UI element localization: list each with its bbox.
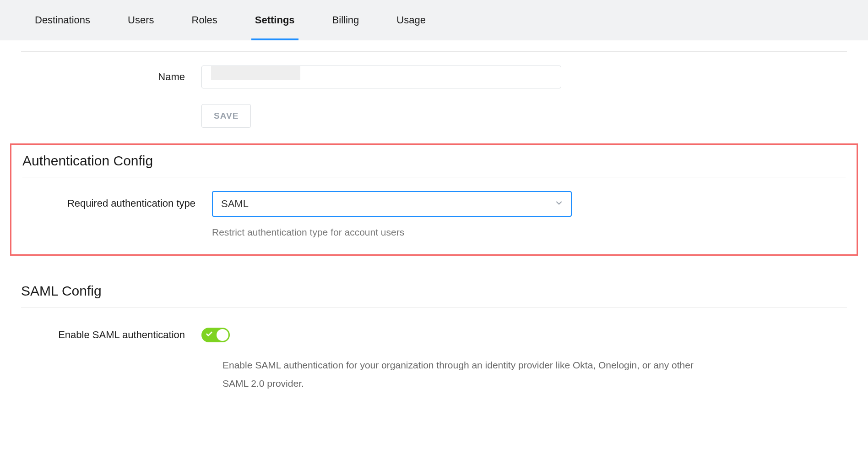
auth-config-title: Authentication Config (22, 153, 846, 177)
check-icon (206, 330, 213, 340)
saml-toggle-label: Enable SAML authentication (21, 329, 201, 341)
auth-type-selected-value: SAML (221, 198, 249, 210)
tab-billing[interactable]: Billing (332, 0, 359, 40)
tab-usage[interactable]: Usage (396, 0, 426, 40)
tab-settings[interactable]: Settings (255, 0, 295, 40)
settings-content: Name SAVE Authentication Config Required… (0, 40, 868, 411)
tab-users[interactable]: Users (128, 0, 154, 40)
tab-roles[interactable]: Roles (192, 0, 217, 40)
redacted-value (211, 66, 300, 80)
saml-toggle[interactable] (201, 328, 230, 342)
tab-destinations[interactable]: Destinations (35, 0, 90, 40)
auth-type-label: Required authentication type (22, 191, 212, 209)
auth-type-select[interactable]: SAML (212, 191, 572, 217)
saml-config-section: SAML Config Enable SAML authentication E… (21, 283, 847, 393)
tabs-bar: Destinations Users Roles Settings Billin… (0, 0, 868, 40)
saml-helper-text: Enable SAML authentication for your orga… (21, 342, 847, 393)
name-input[interactable] (201, 66, 561, 88)
save-button[interactable]: SAVE (201, 104, 251, 128)
saml-toggle-row: Enable SAML authentication (21, 307, 847, 342)
saml-config-title: SAML Config (21, 283, 847, 307)
auth-type-row: Required authentication type SAML Restri… (22, 177, 846, 238)
name-label: Name (21, 71, 201, 83)
name-row: Name (0, 52, 868, 88)
auth-config-section: Authentication Config Required authentic… (10, 143, 858, 256)
toggle-knob (217, 329, 228, 341)
auth-type-helper: Restrict authentication type for account… (212, 217, 572, 238)
